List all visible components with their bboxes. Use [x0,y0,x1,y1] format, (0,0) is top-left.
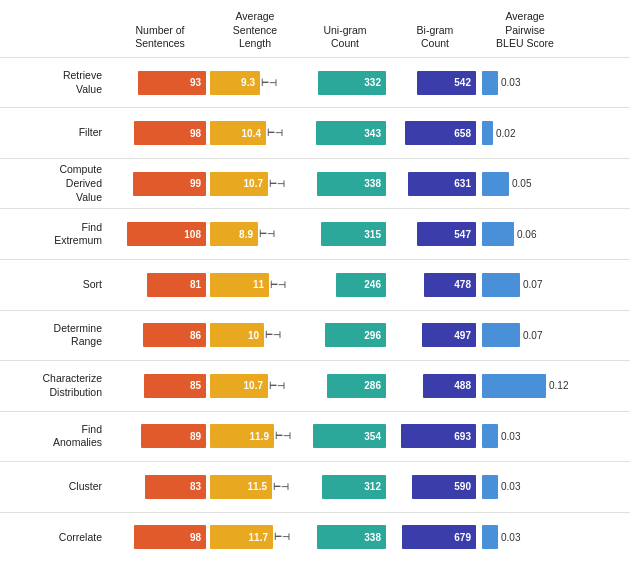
bleu-value: 0.03 [501,77,520,88]
header-unigram: Uni-gramCount [300,24,390,51]
avg-sent-bar: 11.5 [210,475,272,499]
num-sentences-bar: 98 [134,121,206,145]
avg-sent-cell: 11 ⊢⊣ [210,273,300,297]
row-label: Sort [0,278,110,292]
unigram-bar: 286 [327,374,386,398]
bleu-cell: 0.07 [480,273,570,297]
bleu-bar [482,374,546,398]
unigram-bar: 312 [322,475,386,499]
bigram-cell: 542 [390,71,480,95]
whisker-icon: ⊢⊣ [273,482,289,492]
avg-sent-bar: 8.9 [210,222,258,246]
bigram-bar: 658 [405,121,476,145]
bigram-cell: 658 [390,121,480,145]
bleu-bar [482,323,520,347]
bleu-cell: 0.05 [480,172,570,196]
bigram-cell: 590 [390,475,480,499]
bigram-cell: 497 [390,323,480,347]
unigram-bar: 332 [318,71,386,95]
whisker-icon: ⊢⊣ [269,381,285,391]
bigram-cell: 547 [390,222,480,246]
bleu-cell: 0.07 [480,323,570,347]
whisker-icon: ⊢⊣ [259,229,275,239]
table-row: Filter 98 10.4 ⊢⊣ 343 658 [0,107,630,158]
whisker-icon: ⊢⊣ [265,330,281,340]
bigram-bar: 488 [423,374,476,398]
row-label: RetrieveValue [0,69,110,96]
bleu-value: 0.07 [523,330,542,341]
avg-sent-bar: 11 [210,273,269,297]
avg-sent-bar: 10.7 [210,374,268,398]
bleu-value: 0.07 [523,279,542,290]
row-label: FindExtremum [0,221,110,248]
bleu-value: 0.05 [512,178,531,189]
num-sentences-bar: 81 [147,273,206,297]
row-label: Cluster [0,480,110,494]
bleu-value: 0.03 [501,532,520,543]
bleu-bar [482,525,498,549]
bleu-bar [482,222,514,246]
bleu-bar [482,273,520,297]
unigram-cell: 312 [300,475,390,499]
unigram-bar: 315 [321,222,386,246]
bleu-cell: 0.03 [480,525,570,549]
num-sentences-bar: 85 [144,374,206,398]
table-row: FindAnomalies 89 11.9 ⊢⊣ 354 693 [0,411,630,462]
avg-sent-cell: 8.9 ⊢⊣ [210,222,300,246]
num-sentences-bar: 108 [127,222,206,246]
whisker-icon: ⊢⊣ [270,280,286,290]
bigram-cell: 631 [390,172,480,196]
row-label: Filter [0,126,110,140]
num-sentences-cell: 108 [110,222,210,246]
header-avg-sentence: AverageSentenceLength [210,10,300,51]
bigram-bar: 679 [402,525,476,549]
table-row: Cluster 83 11.5 ⊢⊣ 312 590 [0,461,630,512]
avg-sent-cell: 10.7 ⊢⊣ [210,374,300,398]
data-rows: RetrieveValue 93 9.3 ⊢⊣ 332 542 [0,57,630,562]
bleu-bar [482,424,498,448]
row-label: CharacterizeDistribution [0,372,110,399]
avg-sent-cell: 11.7 ⊢⊣ [210,525,300,549]
avg-sent-bar: 11.9 [210,424,274,448]
unigram-bar: 354 [313,424,386,448]
num-sentences-cell: 83 [110,475,210,499]
num-sentences-bar: 99 [133,172,206,196]
bleu-cell: 0.06 [480,222,570,246]
table-row: ComputeDerivedValue 99 10.7 ⊢⊣ 338 631 [0,158,630,209]
bigram-bar: 693 [401,424,476,448]
avg-sent-cell: 10.4 ⊢⊣ [210,121,300,145]
bigram-bar: 542 [417,71,476,95]
unigram-bar: 338 [317,172,386,196]
unigram-cell: 286 [300,374,390,398]
avg-sent-cell: 11.9 ⊢⊣ [210,424,300,448]
avg-sent-bar: 10 [210,323,264,347]
num-sentences-bar: 83 [145,475,206,499]
bleu-bar [482,172,509,196]
whisker-icon: ⊢⊣ [267,128,283,138]
header-num-sentences: Number ofSentences [110,24,210,51]
table-row: Sort 81 11 ⊢⊣ 246 478 [0,259,630,310]
header-row: Number ofSentences AverageSentenceLength… [0,10,630,51]
bleu-value: 0.12 [549,380,568,391]
row-label: ComputeDerivedValue [0,163,110,204]
avg-sent-cell: 11.5 ⊢⊣ [210,475,300,499]
unigram-cell: 354 [300,424,390,448]
unigram-cell: 315 [300,222,390,246]
avg-sent-cell: 9.3 ⊢⊣ [210,71,300,95]
table-row: RetrieveValue 93 9.3 ⊢⊣ 332 542 [0,57,630,108]
bigram-bar: 590 [412,475,476,499]
unigram-bar: 338 [317,525,386,549]
num-sentences-bar: 89 [141,424,206,448]
unigram-cell: 296 [300,323,390,347]
unigram-cell: 246 [300,273,390,297]
num-sentences-bar: 93 [138,71,206,95]
num-sentences-cell: 86 [110,323,210,347]
avg-sent-bar: 11.7 [210,525,273,549]
bigram-cell: 693 [390,424,480,448]
unigram-bar: 343 [316,121,386,145]
whisker-icon: ⊢⊣ [269,179,285,189]
num-sentences-cell: 85 [110,374,210,398]
bleu-bar [482,475,498,499]
unigram-cell: 332 [300,71,390,95]
bigram-cell: 679 [390,525,480,549]
